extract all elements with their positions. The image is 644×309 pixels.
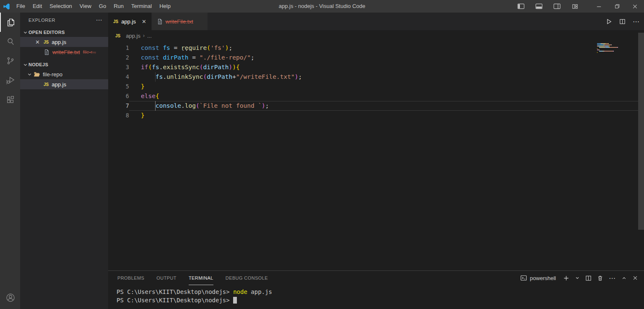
panel-tab-debug-console[interactable]: DEBUG CONSOLE — [226, 271, 268, 285]
customize-layout-button[interactable] — [566, 0, 584, 13]
minimap-line — [597, 48, 637, 49]
more-button[interactable]: ⋯ — [609, 274, 616, 282]
js-file-icon: JS — [115, 34, 120, 38]
panel-tab-problems[interactable]: PROBLEMS — [117, 271, 144, 285]
token: ; — [251, 54, 254, 61]
toggle-panel-icon — [535, 3, 543, 9]
activity-run-debug[interactable] — [0, 70, 20, 90]
indent-guide — [155, 101, 156, 111]
split-editor-button[interactable] — [619, 18, 626, 25]
customize-layout-icon — [572, 3, 578, 10]
terminal-text: app.js — [247, 288, 272, 295]
activity-source-control[interactable] — [0, 51, 20, 70]
minimap[interactable] — [597, 43, 637, 53]
token: fs — [152, 64, 159, 70]
tab-app.js[interactable]: JSapp.js✕ — [108, 13, 152, 30]
panel-header: PROBLEMSOUTPUTTERMINALDEBUG CONSOLE powe… — [108, 271, 644, 285]
js-file-icon: JS — [113, 19, 118, 24]
menu-terminal[interactable]: Terminal — [127, 0, 156, 13]
token: fs — [156, 73, 163, 80]
toggle-primary-sidebar-button[interactable] — [512, 0, 530, 13]
token: = — [189, 54, 200, 61]
panel-tab-output[interactable]: OUTPUT — [156, 271, 177, 285]
title-bar: FileEditSelectionViewGoRunTerminalHelp a… — [0, 0, 644, 13]
terminal-profile[interactable]: powershell — [520, 275, 556, 281]
open-editor-app.js[interactable]: ✕JSapp.js — [20, 37, 108, 47]
tab-label: writeFile.txt — [166, 18, 193, 25]
menu-view[interactable]: View — [76, 0, 95, 13]
menu-help[interactable]: Help — [156, 0, 174, 13]
terminal-text: node — [233, 288, 247, 295]
code-line-content[interactable]: console.log(`File not found `); — [129, 101, 638, 111]
breadcrumb[interactable]: JS app.js › ... — [108, 30, 644, 41]
activity-account[interactable] — [0, 288, 20, 307]
open-editors-header[interactable]: OPEN EDITORS — [20, 28, 108, 37]
token — [141, 73, 156, 80]
toggle-secondary-sidebar-icon — [553, 3, 561, 9]
editor-scrollbar[interactable] — [638, 33, 644, 230]
token: dirPath — [163, 54, 188, 61]
code-line-content[interactable]: const dirPath = "./file-repo/"; — [129, 53, 638, 62]
line-number: 7 — [108, 101, 129, 111]
restore-icon — [614, 3, 620, 9]
close-panel-button[interactable] — [632, 275, 638, 281]
breadcrumb-file: app.js — [126, 33, 140, 39]
close-icon[interactable]: ✕ — [142, 18, 146, 25]
menu-go[interactable]: Go — [95, 0, 110, 13]
code-line-content[interactable]: } — [129, 111, 638, 120]
minimap-line — [597, 44, 637, 45]
token: const — [141, 54, 163, 61]
toggle-panel-button[interactable] — [530, 0, 548, 13]
window-title: app.js - nodejs - Visual Studio Code — [279, 0, 365, 13]
js-file-icon: JS — [44, 40, 49, 44]
open-editors-label: OPEN EDITORS — [29, 30, 65, 35]
token: . — [163, 73, 166, 80]
close-icon[interactable]: ✕ — [35, 39, 44, 45]
run-button[interactable] — [606, 18, 612, 25]
activity-explorer[interactable] — [0, 13, 20, 32]
code-line-6: 6else{ — [108, 91, 644, 101]
code-line-8: 8} — [108, 111, 644, 120]
toggle-secondary-sidebar-button[interactable] — [548, 0, 566, 13]
code-line-5: 5} — [108, 82, 644, 91]
explorer-more-actions-icon[interactable]: ⋯ — [96, 16, 103, 24]
menu-edit[interactable]: Edit — [29, 0, 46, 13]
menu-file[interactable]: File — [13, 0, 29, 13]
more-button[interactable]: ⋯ — [633, 18, 640, 26]
code-line-content[interactable]: if(fs.existsSync(dirPath)){ — [129, 62, 638, 72]
code-line-content[interactable]: else{ — [129, 91, 638, 101]
activity-search[interactable] — [0, 32, 20, 51]
workspace-header[interactable]: NODEJS — [20, 60, 108, 69]
maximize-panel-button[interactable] — [621, 275, 627, 281]
panel-tab-terminal[interactable]: TERMINAL — [189, 271, 213, 285]
tab-label: app.js — [121, 18, 136, 25]
tree-item-file-repo[interactable]: file-repo — [20, 69, 108, 79]
token: require — [181, 44, 207, 51]
code-editor: 1const fs = require('fs');2const dirPath… — [108, 41, 644, 120]
new-terminal-button[interactable] — [563, 275, 569, 281]
token: dirPath — [207, 73, 232, 80]
token: ( — [207, 44, 210, 51]
token: { — [156, 93, 159, 99]
menu-selection[interactable]: Selection — [46, 0, 75, 13]
tree-item-app.js[interactable]: JSapp.js — [20, 79, 108, 89]
js-file-icon: JS — [44, 82, 49, 87]
activity-extensions[interactable] — [0, 90, 20, 109]
menu-run[interactable]: Run — [110, 0, 127, 13]
kill-terminal-button[interactable] — [597, 275, 603, 281]
code-line-content[interactable]: fs.unlinkSync(dirPath+"/writeFile.txt"); — [129, 72, 638, 82]
folder-open-icon — [34, 71, 40, 78]
code-line-content[interactable]: } — [129, 82, 638, 91]
launch-profile-button[interactable] — [575, 275, 580, 280]
minimize-button[interactable] — [590, 0, 608, 13]
close-button[interactable] — [626, 0, 644, 13]
code-line-content[interactable]: const fs = require('fs'); — [129, 43, 638, 53]
token: 'fs' — [210, 44, 225, 51]
terminal[interactable]: PS C:\Users\KIIT\Desktop\nodejs> node ap… — [108, 285, 644, 304]
split-terminal-button[interactable] — [585, 275, 592, 281]
breadcrumb-symbol: ... — [147, 33, 152, 39]
minimap-line — [597, 46, 637, 47]
open-editor-writeFile.txt[interactable]: writeFile.txtfile-r... — [20, 47, 108, 57]
restore-button[interactable] — [608, 0, 626, 13]
tab-writeFile.txt[interactable]: writeFile.txt — [152, 13, 208, 30]
